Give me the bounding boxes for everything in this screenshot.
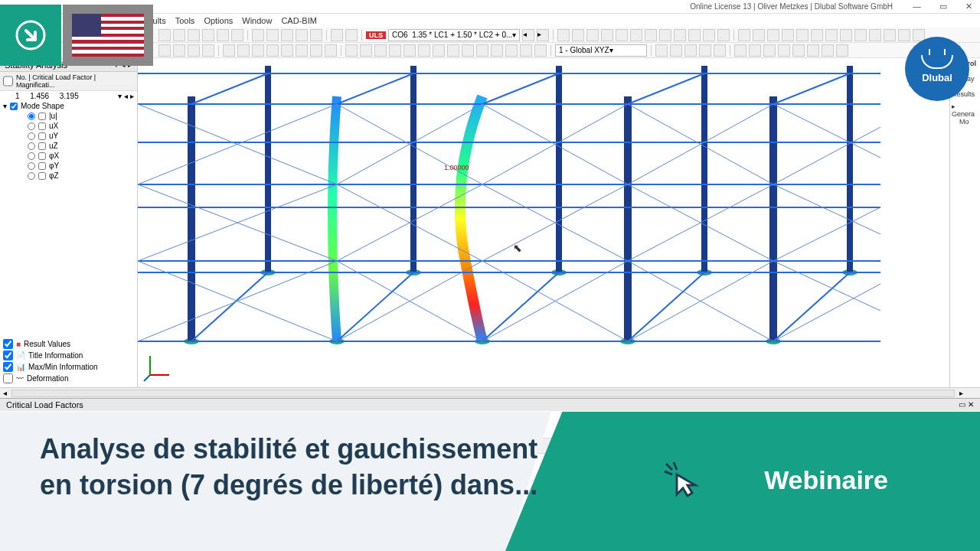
tb-prev[interactable]: ◂ — [522, 29, 534, 41]
tb-btn[interactable] — [688, 29, 701, 41]
minimize-button[interactable]: — — [908, 2, 926, 11]
tb-btn[interactable] — [158, 44, 171, 57]
tb-btn[interactable] — [734, 44, 746, 57]
tb-btn[interactable] — [360, 44, 372, 57]
radio-uy[interactable]: uY — [0, 131, 137, 141]
tb-btn[interactable] — [792, 44, 805, 57]
tb-btn[interactable] — [310, 44, 322, 57]
tb-btn[interactable] — [281, 44, 293, 57]
model-viewport[interactable]: 1.00000 ⬉ -X — [138, 58, 949, 387]
tb-btn[interactable] — [217, 29, 229, 41]
tb-btn[interactable] — [840, 29, 852, 41]
tb-btn[interactable] — [252, 29, 264, 41]
radio-phiz[interactable]: φZ — [0, 171, 137, 181]
tb-btn[interactable] — [616, 29, 628, 41]
tb-btn[interactable] — [738, 29, 750, 41]
menu-tools[interactable]: Tools — [175, 16, 195, 25]
tb-btn[interactable] — [266, 44, 279, 57]
tb-btn[interactable] — [854, 29, 867, 41]
tb-btn[interactable] — [418, 44, 430, 57]
tb-btn[interactable] — [345, 44, 358, 57]
maximize-button[interactable]: ▭ — [935, 2, 952, 11]
tb-btn[interactable] — [158, 29, 171, 41]
close-button[interactable]: ✕ — [961, 2, 977, 11]
tb-btn[interactable] — [231, 29, 243, 41]
tb-btn[interactable] — [188, 44, 200, 57]
viewport-scrollbar[interactable]: ◂▸ — [0, 387, 980, 398]
tb-btn[interactable] — [476, 44, 488, 57]
mode-shape-check[interactable] — [10, 103, 18, 110]
tb-btn[interactable] — [491, 44, 503, 57]
menu-window[interactable]: Window — [242, 16, 272, 25]
menu-cadbim[interactable]: CAD-BIM — [281, 16, 316, 25]
tb-btn[interactable] — [796, 29, 808, 41]
radio-ux[interactable]: uX — [0, 121, 137, 131]
radio-uz[interactable]: uZ — [0, 141, 137, 151]
tb-btn[interactable] — [674, 29, 686, 41]
tb-btn[interactable] — [223, 44, 235, 57]
radio-phiy[interactable]: φY — [0, 161, 137, 171]
tb-btn[interactable] — [811, 29, 823, 41]
tb-btn[interactable] — [389, 44, 401, 57]
tb-btn[interactable] — [447, 44, 459, 57]
radio-u[interactable]: |u| — [0, 111, 137, 121]
tb-btn[interactable] — [782, 29, 794, 41]
tb-btn[interactable] — [237, 44, 250, 57]
tree-mode-shape[interactable]: ▾ Mode Shape — [0, 101, 137, 111]
tb-btn[interactable] — [645, 29, 657, 41]
tb-btn[interactable] — [202, 29, 214, 41]
tb-btn[interactable] — [331, 29, 343, 41]
tb-btn[interactable] — [310, 29, 322, 41]
tree-header-check[interactable] — [3, 73, 13, 89]
tb-btn[interactable] — [296, 44, 308, 57]
tb-btn[interactable] — [778, 44, 790, 57]
tb-btn[interactable] — [670, 44, 682, 57]
tb-btn[interactable] — [345, 29, 358, 41]
tree-row-result[interactable]: 1 1.456 3.195 ▾ ◂ ▸ — [0, 91, 137, 101]
load-case-combo[interactable]: CO6 1.35 * LC1 + 1.50 * LC2 + 0... ▾ — [388, 29, 520, 41]
tb-btn[interactable] — [586, 29, 599, 41]
cb-maxmin[interactable] — [3, 362, 13, 372]
tb-btn[interactable] — [763, 44, 776, 57]
cb-title-info[interactable] — [3, 350, 13, 360]
menu-options[interactable]: Options — [204, 16, 233, 25]
tb-btn[interactable] — [630, 29, 642, 41]
tb-btn[interactable] — [836, 44, 848, 57]
tb-btn[interactable] — [869, 29, 881, 41]
tb-btn[interactable] — [825, 29, 838, 41]
tb-btn[interactable] — [462, 44, 474, 57]
tb-btn[interactable] — [202, 44, 214, 57]
tb-btn[interactable] — [325, 44, 337, 57]
tb-btn[interactable] — [898, 29, 910, 41]
panel-controls[interactable]: ▭ ✕ — [959, 400, 974, 409]
cb-result-values[interactable] — [3, 339, 13, 349]
tb-btn[interactable] — [807, 44, 819, 57]
tb-btn[interactable] — [659, 29, 671, 41]
tb-btn[interactable] — [822, 44, 834, 57]
cb-deformation[interactable] — [3, 373, 13, 383]
tb-btn[interactable] — [281, 29, 293, 41]
tb-btn[interactable] — [433, 44, 445, 57]
tb-next[interactable]: ▸ — [537, 29, 549, 41]
coord-system-combo[interactable]: 1 - Global XYZ ▾ — [555, 44, 647, 57]
tb-btn[interactable] — [403, 44, 416, 57]
tb-btn[interactable] — [557, 29, 570, 41]
radio-phix[interactable]: φX — [0, 151, 137, 161]
tb-btn[interactable] — [173, 44, 185, 57]
tb-btn[interactable] — [601, 29, 613, 41]
tb-btn[interactable] — [717, 29, 730, 41]
tb-btn[interactable] — [173, 29, 185, 41]
tb-btn[interactable] — [252, 44, 264, 57]
tb-btn[interactable] — [714, 44, 726, 57]
tb-btn[interactable] — [655, 44, 668, 57]
tb-btn[interactable] — [296, 29, 308, 41]
tb-btn[interactable] — [188, 29, 200, 41]
tb-btn[interactable] — [266, 29, 279, 41]
tb-btn[interactable] — [703, 29, 715, 41]
tb-btn[interactable] — [699, 44, 711, 57]
tb-btn[interactable] — [753, 29, 765, 41]
tb-btn[interactable] — [534, 44, 547, 57]
tb-btn[interactable] — [767, 29, 779, 41]
tb-btn[interactable] — [884, 29, 896, 41]
tb-btn[interactable] — [505, 44, 518, 57]
